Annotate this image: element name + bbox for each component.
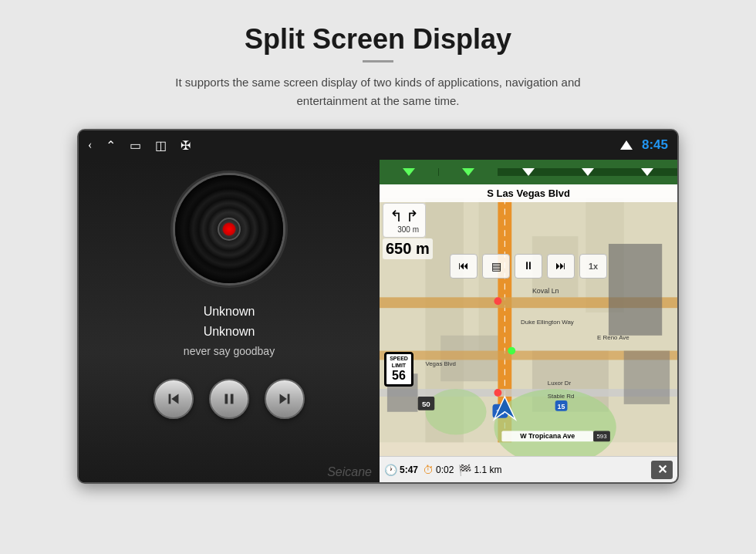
arrow-seg-4 xyxy=(559,168,618,176)
track-title: Unknown xyxy=(204,305,255,319)
track-song: never say goodbay xyxy=(184,345,275,357)
turn-distance: 300 m xyxy=(397,225,419,234)
speed-limit-value: 56 xyxy=(388,369,410,383)
svg-text:593: 593 xyxy=(596,433,607,440)
nav-panel: 15 Koval Ln Duke Ellington Way Vegas Blv… xyxy=(380,160,677,482)
arrow-seg-2 xyxy=(439,168,498,176)
nav-icons: ‹ ⌃ ▭ ◫ ✠ xyxy=(88,138,191,153)
status-bar: ‹ ⌃ ▭ ◫ ✠ 8:45 xyxy=(79,130,677,160)
title-divider xyxy=(363,60,393,62)
image-icon[interactable]: ◫ xyxy=(155,138,167,153)
nav-next-btn[interactable]: ⏭ xyxy=(547,254,575,279)
home-icon[interactable]: ⌃ xyxy=(106,138,116,153)
svg-marker-4 xyxy=(280,394,287,404)
pause-button[interactable] xyxy=(209,379,249,419)
svg-point-21 xyxy=(508,347,515,355)
clock-icon: 🕐 xyxy=(384,464,397,476)
svg-text:50: 50 xyxy=(422,400,430,408)
svg-rect-3 xyxy=(231,394,234,404)
elapsed-item: ⏱ 0:02 xyxy=(423,464,454,476)
arrow-down-5 xyxy=(641,168,653,176)
close-nav-button[interactable]: ✕ xyxy=(651,461,673,479)
nav-pause-btn[interactable]: ⏸ xyxy=(515,254,542,279)
elapsed-time: 0:02 xyxy=(436,464,454,475)
eta-item: 🕐 5:47 xyxy=(384,464,418,476)
notification-icon xyxy=(620,140,633,150)
next-icon xyxy=(276,390,293,407)
vinyl-record xyxy=(175,175,283,283)
svg-text:15: 15 xyxy=(558,403,565,410)
vinyl-center xyxy=(218,218,241,241)
arrow-down-2 xyxy=(462,168,474,176)
arrow-down-4 xyxy=(582,168,594,176)
time-display: 8:45 xyxy=(642,137,668,153)
arrow-seg-1 xyxy=(380,168,439,176)
arrow-down-1 xyxy=(403,168,415,176)
prev-icon xyxy=(165,390,182,407)
arrow-seg-5 xyxy=(618,168,677,176)
svg-rect-5 xyxy=(288,394,290,404)
svg-point-19 xyxy=(425,389,486,434)
nav-prev-btn[interactable]: ⏮ xyxy=(450,254,478,279)
timer-icon: ⏱ xyxy=(423,464,434,476)
usb-icon[interactable]: ✠ xyxy=(181,138,191,153)
svg-text:Koval Ln: Koval Ln xyxy=(532,287,559,295)
svg-marker-0 xyxy=(171,394,178,404)
map-area: 15 Koval Ln Duke Ellington Way Vegas Blv… xyxy=(380,184,677,456)
svg-point-20 xyxy=(494,297,501,305)
nav-arrows-bar xyxy=(380,160,677,184)
status-right: 8:45 xyxy=(620,137,668,153)
distance-label: 650 m xyxy=(383,238,433,259)
street-name: S Las Vegas Blvd xyxy=(380,184,677,202)
nav-speed-btn[interactable]: 1x xyxy=(579,254,607,279)
svg-rect-2 xyxy=(225,394,228,404)
turn-arrows: ↱ ↱ xyxy=(390,207,419,225)
music-panel: Unknown Unknown never say goodbay xyxy=(79,160,380,482)
eta-time: 5:47 xyxy=(400,464,418,475)
distance-value: 1.1 km xyxy=(474,464,501,475)
window-icon[interactable]: ▭ xyxy=(130,138,141,153)
device-frame: ‹ ⌃ ▭ ◫ ✠ 8:45 Unknown Unknown never say… xyxy=(77,129,679,484)
svg-rect-41 xyxy=(624,351,670,404)
distance-item: 🏁 1.1 km xyxy=(458,464,501,476)
svg-text:Duke Ellington Way: Duke Ellington Way xyxy=(521,319,574,326)
svg-rect-1 xyxy=(169,394,171,404)
nav-list-btn[interactable]: ▤ xyxy=(482,254,510,279)
turn-right-arrow: ↱ xyxy=(406,207,419,225)
next-button[interactable] xyxy=(265,379,305,419)
turn-left-arrow: ↱ xyxy=(390,207,403,225)
split-area: Unknown Unknown never say goodbay xyxy=(79,160,677,482)
svg-text:Luxor Dr: Luxor Dr xyxy=(548,380,572,387)
back-icon[interactable]: ‹ xyxy=(88,138,92,152)
speed-limit-sign: SPEEDLIMIT 56 xyxy=(384,352,413,387)
arrow-seg-3 xyxy=(498,168,558,176)
watermark: Seicane xyxy=(327,465,372,479)
pause-icon xyxy=(221,390,238,407)
svg-point-22 xyxy=(494,389,501,397)
turn-box: ↱ ↱ 300 m xyxy=(383,203,426,238)
track-artist: Unknown xyxy=(204,325,255,339)
music-controls xyxy=(154,379,305,419)
nav-media-bar: ⏮ ▤ ⏸ ⏭ 1x xyxy=(450,254,607,279)
speed-limit-label: SPEEDLIMIT xyxy=(388,356,410,369)
page-title: Split Screen Display xyxy=(245,23,511,56)
prev-button[interactable] xyxy=(154,379,194,419)
distance-icon: 🏁 xyxy=(458,464,471,476)
svg-text:W Tropicana Ave: W Tropicana Ave xyxy=(520,432,575,440)
svg-rect-40 xyxy=(609,244,662,336)
nav-bottom-bar: 🕐 5:47 ⏱ 0:02 🏁 1.1 km ✕ xyxy=(380,456,677,482)
page-subtitle: It supports the same screen display of t… xyxy=(162,73,594,110)
svg-text:Stable Rd: Stable Rd xyxy=(548,393,575,400)
arrow-down-3 xyxy=(522,168,535,176)
svg-text:Vegas Blvd: Vegas Blvd xyxy=(425,360,456,367)
